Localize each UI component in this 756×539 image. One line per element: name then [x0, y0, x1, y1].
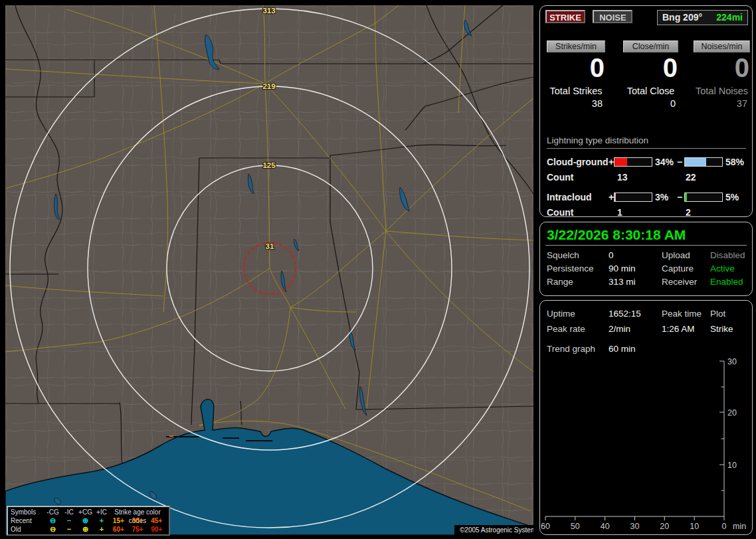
- bearing-label: Bng 209°: [662, 12, 702, 23]
- bearing-range: 224mi: [716, 11, 743, 25]
- recent-neg-cg-icon: ⊖: [44, 516, 62, 525]
- upload-label: Upload: [662, 250, 690, 260]
- intracloud-count-row: Count 1 2: [547, 207, 746, 219]
- symbols-legend: Symbols -CG -IC +CG +IC Strike age color…: [7, 506, 170, 536]
- cg-minus-pct: 58%: [725, 157, 744, 167]
- x-axis-unit: min: [733, 522, 746, 531]
- noises-column: Noises/min 0 Total Noises 37: [694, 40, 750, 109]
- total-close-label: Total Close: [623, 86, 678, 96]
- plus-sign: +: [609, 157, 614, 167]
- old-pos-cg-icon: ⊕: [76, 525, 94, 534]
- squelch-value: 0: [609, 250, 614, 260]
- capture-label: Capture: [662, 264, 694, 273]
- persistence-label: Persistence: [547, 264, 594, 273]
- ic-minus-count: 2: [686, 207, 691, 218]
- strikes-per-min-button[interactable]: Strikes/min: [547, 40, 605, 52]
- ic-minus-bar-fill: [685, 193, 687, 201]
- ring-label-313: 313: [262, 7, 275, 15]
- total-strikes-label: Total Strikes: [547, 86, 605, 96]
- recent-neg-ic-icon: −: [62, 516, 76, 525]
- legend-col-neg-cg: -CG: [44, 508, 62, 516]
- intracloud-label: Intracloud: [547, 192, 592, 202]
- legend-old-label: Old: [11, 525, 44, 534]
- legend-age-header: Strike age color codes: [109, 508, 166, 516]
- upload-value: Disabled: [710, 250, 745, 260]
- strike-mode-button[interactable]: STRIKE: [545, 10, 585, 23]
- legend-recent-label: Recent: [11, 516, 44, 525]
- close-per-min-value: 0: [623, 54, 678, 81]
- receiver-value: Enabled: [710, 277, 743, 287]
- ic-plus-pct: 3%: [655, 192, 668, 202]
- divider: [545, 245, 747, 246]
- age-15: 15+: [109, 516, 128, 525]
- cloud-ground-row: Cloud-ground + 34% − 58%: [547, 155, 746, 170]
- intracloud-row: Intracloud + 3% − 5%: [547, 191, 746, 205]
- range-value: 313 mi: [609, 277, 636, 287]
- close-column: Close/min 0 Total Close 0: [623, 40, 678, 109]
- distribution-title: Lightning type distribution: [547, 135, 746, 149]
- cg-minus-bar: [684, 157, 723, 167]
- total-strikes-value: 38: [547, 98, 605, 109]
- persistence-value: 90 min: [609, 264, 636, 273]
- count-label: Count: [547, 172, 573, 183]
- cg-plus-bar-fill: [614, 158, 627, 166]
- count-label: Count: [547, 207, 573, 218]
- age-60: 60+: [109, 525, 128, 534]
- minus-sign: −: [677, 157, 682, 167]
- legend-col-pos-cg: +CG: [76, 508, 94, 516]
- age-30: 30+: [128, 516, 147, 525]
- x-tick-30: 30: [630, 522, 640, 531]
- legend-col-pos-ic: +IC: [94, 508, 109, 516]
- ring-label-219: 219: [262, 82, 275, 90]
- squelch-label: Squelch: [547, 250, 579, 260]
- status-row: Range 313 mi Receiver Enabled: [547, 277, 747, 287]
- radar-map[interactable]: 313 219 125 31 ©2005 Astrogenic Systems: [5, 5, 533, 535]
- cg-minus-bar-fill: [685, 158, 706, 166]
- receiver-label: Receiver: [662, 277, 697, 287]
- lightning-distribution: Lightning type distribution Cloud-ground…: [547, 135, 746, 219]
- total-close-value: 0: [623, 98, 678, 109]
- display-mode-row: STRIKE NOISE Bng 209° 224mi: [545, 10, 748, 26]
- old-pos-ic-icon: +: [94, 525, 109, 534]
- trend-graph: 30 20 10 60 50 40 30 20 10 0 min: [540, 301, 752, 534]
- ic-plus-bar: [614, 193, 652, 202]
- cg-minus-count: 22: [686, 172, 696, 183]
- recent-pos-ic-icon: +: [94, 516, 109, 525]
- age-45: 45+: [147, 516, 166, 525]
- total-noises-label: Total Noises: [694, 86, 750, 96]
- x-tick-10: 10: [690, 522, 699, 531]
- ic-plus-bar-fill: [614, 193, 616, 201]
- cg-plus-bar: [614, 157, 652, 167]
- trend-axes: [545, 361, 724, 520]
- trend-tick-labels: 30 20 10 60 50 40 30 20 10 0 min: [541, 357, 746, 531]
- strikes-column: Strikes/min 0 Total Strikes 38: [547, 40, 605, 109]
- x-tick-20: 20: [660, 522, 669, 531]
- noises-per-min-button[interactable]: Noises/min: [694, 40, 750, 52]
- app-window: { "toolbar": { "strike": "STRIKE", "nois…: [0, 0, 756, 539]
- noise-mode-button[interactable]: NOISE: [593, 10, 632, 23]
- y-tick-30: 30: [727, 357, 737, 366]
- status-row: Persistence 90 min Capture Active: [547, 264, 747, 274]
- rate-columns: Strikes/min 0 Total Strikes 38 Close/min…: [547, 40, 749, 127]
- total-noises-value: 37: [694, 98, 750, 109]
- age-90: 90+: [147, 525, 166, 534]
- recent-pos-cg-icon: ⊕: [76, 516, 94, 525]
- status-panel: 3/22/2026 8:30:18 AM Squelch 0 Upload Di…: [539, 222, 753, 296]
- ic-minus-bar: [684, 193, 723, 202]
- ring-label-125: 125: [262, 161, 276, 169]
- strikes-per-min-value: 0: [547, 54, 605, 81]
- y-tick-20: 20: [727, 408, 737, 418]
- close-per-min-button[interactable]: Close/min: [623, 40, 678, 52]
- age-75: 75+: [128, 525, 147, 534]
- y-tick-10: 10: [727, 461, 737, 470]
- minus-sign: −: [677, 192, 682, 202]
- ic-plus-count: 1: [617, 207, 622, 218]
- copyright: ©2005 Astrogenic Systems: [454, 525, 533, 535]
- cg-plus-count: 13: [617, 172, 628, 183]
- plus-sign: +: [609, 192, 614, 202]
- x-tick-40: 40: [601, 522, 610, 531]
- session-panel: Uptime 1652:15 Peak time Plot Peak rate …: [539, 300, 753, 535]
- capture-value: Active: [710, 264, 735, 273]
- bearing-readout: Bng 209° 224mi: [657, 10, 748, 25]
- cloud-ground-count-row: Count 13 22: [547, 172, 746, 184]
